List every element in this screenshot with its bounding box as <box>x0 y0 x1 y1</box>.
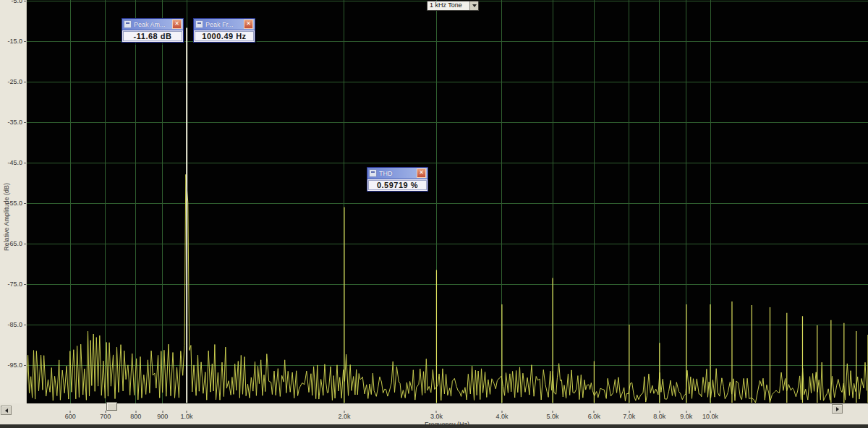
x-tick-label: 4.0k <box>495 413 508 420</box>
y-tick-mark <box>24 244 26 244</box>
x-tick-label: 1.0k <box>180 413 192 420</box>
x-tick-label: 2.0k <box>338 413 350 420</box>
x-tick-label: 5.0k <box>547 413 559 420</box>
y-tick-label: -65.0 <box>0 240 22 247</box>
widget-title: Peak Fr... <box>205 20 242 30</box>
x-tick-mark <box>187 411 187 413</box>
y-tick-mark <box>24 1 26 1</box>
x-tick-mark <box>135 411 136 413</box>
y-tick-mark <box>24 163 26 163</box>
peak-amplitude-widget[interactable]: Peak Am... ✕ -11.68 dB <box>122 18 184 43</box>
right-arrow-icon <box>836 407 839 411</box>
y-tick-label: -45.0 <box>0 159 22 166</box>
spectrum-plot[interactable] <box>26 0 868 403</box>
x-tick-mark <box>686 411 686 413</box>
grid-lines <box>26 0 868 403</box>
widget-titlebar[interactable]: Peak Am... ✕ <box>122 19 183 30</box>
y-tick-mark <box>24 41 26 42</box>
scroll-left-button[interactable] <box>1 406 12 415</box>
measurement-icon <box>124 20 132 28</box>
peak-amplitude-value: -11.68 dB <box>123 31 182 41</box>
y-tick-label: -25.0 <box>0 78 22 85</box>
y-tick-mark <box>24 365 26 366</box>
x-tick-mark <box>710 411 711 413</box>
measurement-icon <box>195 20 203 28</box>
y-tick-label: -95.0 <box>0 361 22 369</box>
y-axis-strip: Relative Amplitude (dB) -5.0-15.0-25.0-3… <box>0 0 27 425</box>
y-tick-mark <box>24 122 26 123</box>
y-tick-mark <box>24 82 26 82</box>
y-tick-label: -75.0 <box>0 281 22 288</box>
close-icon[interactable]: ✕ <box>172 20 182 29</box>
spectrum-analyzer-app: Relative Amplitude (dB) -5.0-15.0-25.0-3… <box>0 0 868 428</box>
x-tick-label: 700 <box>100 413 111 420</box>
tone-select-dropdown[interactable]: 1 kHz Tone <box>427 1 479 11</box>
y-tick-label: -85.0 <box>0 321 22 328</box>
y-tick-label: -5.0 <box>0 0 22 4</box>
peak-frequency-value: 1000.49 Hz <box>195 31 254 41</box>
y-tick-mark <box>24 284 26 285</box>
x-tick-label: 800 <box>130 413 141 420</box>
x-axis-strip: 6007008009001.0k2.0k3.0k4.0k5.0k6.0k7.0k… <box>0 403 868 428</box>
close-icon[interactable]: ✕ <box>417 168 426 178</box>
x-tick-mark <box>436 411 437 413</box>
x-tick-mark <box>594 411 595 413</box>
widget-title: THD <box>379 168 414 179</box>
scroll-right-button[interactable] <box>832 404 843 414</box>
y-tick-label: -15.0 <box>0 38 22 45</box>
x-tick-label: 6.0k <box>588 413 600 420</box>
widget-titlebar[interactable]: THD ✕ <box>367 168 427 179</box>
y-tick-mark <box>24 325 26 325</box>
spectrum-trace <box>26 174 867 403</box>
x-tick-label: 7.0k <box>623 413 635 420</box>
spectrum-svg <box>26 0 868 403</box>
x-tick-label: 10.0k <box>702 413 718 420</box>
chevron-down-icon <box>472 4 477 7</box>
y-tick-mark <box>24 203 26 204</box>
x-tick-mark <box>105 411 106 413</box>
x-tick-mark <box>70 411 71 413</box>
y-tick-label: -35.0 <box>0 119 22 126</box>
x-tick-mark <box>344 411 344 413</box>
x-tick-mark <box>659 411 660 413</box>
x-tick-label: 3.0k <box>430 413 443 420</box>
x-tick-label: 8.0k <box>653 413 665 420</box>
harmonic-peaks <box>344 207 868 403</box>
thd-value: 0.59719 % <box>368 180 427 190</box>
dropdown-arrow-button[interactable] <box>469 1 478 10</box>
x-tick-mark <box>501 411 502 413</box>
bottom-border-band <box>0 424 868 428</box>
x-tick-label: 900 <box>157 413 168 420</box>
widget-titlebar[interactable]: Peak Fr... ✕ <box>194 19 255 30</box>
close-icon[interactable]: ✕ <box>244 20 253 29</box>
peak-frequency-widget[interactable]: Peak Fr... ✕ 1000.49 Hz <box>193 18 255 43</box>
x-tick-mark <box>629 411 629 413</box>
x-tick-label: 600 <box>65 413 76 420</box>
measurement-icon <box>369 169 377 177</box>
left-arrow-icon <box>5 408 8 413</box>
x-tick-mark <box>162 411 163 413</box>
thd-widget[interactable]: THD ✕ 0.59719 % <box>367 167 428 192</box>
tone-select-value: 1 kHz Tone <box>427 1 469 10</box>
y-tick-label: -55.0 <box>0 200 22 207</box>
widget-title: Peak Am... <box>134 20 170 30</box>
x-tick-label: 9.0k <box>680 413 692 420</box>
x-tick-mark <box>553 411 553 413</box>
scrollbar-thumb[interactable] <box>106 402 117 411</box>
